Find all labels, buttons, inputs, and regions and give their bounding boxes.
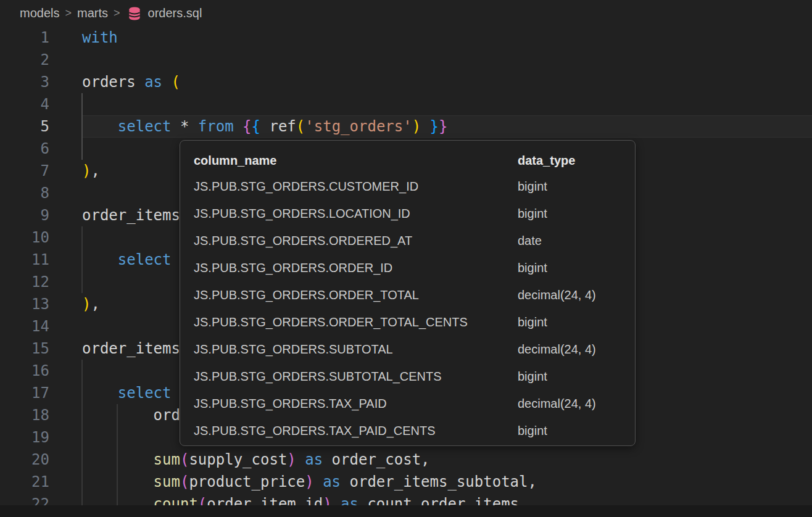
line-number: 19	[0, 426, 49, 449]
line-number: 10	[0, 226, 49, 249]
breadcrumb-item-file[interactable]: orders.sql	[148, 6, 202, 20]
line-number: 21	[0, 471, 49, 493]
data-type-cell: bigint	[518, 200, 635, 227]
table-header-row: column_namedata_type	[194, 148, 635, 173]
data-type-header: data_type	[518, 148, 635, 173]
editor-bottom-edge	[0, 505, 812, 517]
code-text: select	[82, 249, 172, 271]
code-text: ),	[82, 293, 100, 315]
line-number: 18	[0, 404, 49, 426]
table-row: JS.PUB.STG_ORDERS.SUBTOTAL_CENTSbigint	[194, 363, 635, 390]
column-name-cell: JS.PUB.STG_ORDERS.LOCATION_ID	[194, 200, 518, 227]
table-row: JS.PUB.STG_ORDERS.LOCATION_IDbigint	[194, 200, 635, 227]
chevron-right-icon: >	[114, 7, 120, 20]
breadcrumb-item-marts[interactable]: marts	[77, 6, 108, 20]
table-row: JS.PUB.STG_ORDERS.TAX_PAID_CENTSbigint	[194, 417, 635, 444]
data-type-cell: bigint	[518, 173, 635, 200]
line-number: 9	[0, 204, 49, 226]
column-name-cell: JS.PUB.STG_ORDERS.ORDER_TOTAL	[194, 281, 518, 308]
table-row: JS.PUB.STG_ORDERS.ORDERED_ATdate	[194, 227, 635, 254]
column-name-header: column_name	[194, 148, 518, 173]
data-type-cell: bigint	[518, 308, 635, 336]
column-name-cell: JS.PUB.STG_ORDERS.ORDERED_AT	[194, 227, 518, 254]
code-line-5[interactable]: 5 select * from {{ ref('stg_orders') }}	[0, 115, 812, 138]
data-type-cell: bigint	[518, 417, 635, 444]
column-name-cell: JS.PUB.STG_ORDERS.CUSTOMER_ID	[194, 173, 518, 200]
line-number: 1	[0, 27, 49, 49]
code-text: select	[82, 382, 172, 404]
code-line-20[interactable]: 20 sum(supply_cost) as order_cost,	[0, 449, 812, 471]
editor-window: models>marts> orders.sql 1with23orders a…	[0, 0, 812, 517]
code-text: order_items	[82, 204, 180, 226]
line-number: 13	[0, 293, 49, 315]
line-number: 4	[0, 93, 49, 115]
column-name-cell: JS.PUB.STG_ORDERS.ORDER_ID	[194, 254, 518, 281]
table-row: JS.PUB.STG_ORDERS.SUBTOTALdecimal(24, 4)	[194, 336, 635, 363]
code-text: order_items	[82, 337, 180, 360]
column-name-cell: JS.PUB.STG_ORDERS.SUBTOTAL_CENTS	[194, 363, 518, 390]
line-number: 14	[0, 315, 49, 337]
chevron-right-icon: >	[65, 7, 72, 20]
column-info-popup: column_namedata_typeJS.PUB.STG_ORDERS.CU…	[180, 140, 636, 446]
line-number: 12	[0, 271, 49, 293]
table-row: JS.PUB.STG_ORDERS.ORDER_TOTALdecimal(24,…	[194, 281, 635, 308]
code-line-4[interactable]: 4	[0, 93, 812, 115]
line-number: 5	[0, 115, 49, 138]
line-number: 11	[0, 249, 49, 271]
breadcrumb-item-models[interactable]: models	[20, 6, 59, 20]
data-type-cell: decimal(24, 4)	[518, 390, 635, 417]
data-type-cell: decimal(24, 4)	[518, 336, 635, 363]
code-line-3[interactable]: 3orders as (	[0, 71, 812, 93]
line-number: 2	[0, 49, 49, 71]
line-number: 20	[0, 449, 49, 471]
code-line-2[interactable]: 2	[0, 49, 812, 71]
code-text: sum(supply_cost) as order_cost,	[82, 449, 430, 471]
line-number: 3	[0, 71, 49, 93]
code-text: with	[82, 27, 118, 49]
line-number: 17	[0, 382, 49, 404]
table-row: JS.PUB.STG_ORDERS.CUSTOMER_IDbigint	[194, 173, 635, 200]
table-row: JS.PUB.STG_ORDERS.TAX_PAIDdecimal(24, 4)	[194, 390, 635, 417]
line-number: 7	[0, 160, 49, 182]
column-name-cell: JS.PUB.STG_ORDERS.ORDER_TOTAL_CENTS	[194, 308, 518, 336]
database-icon	[127, 6, 142, 21]
data-type-cell: date	[518, 227, 635, 254]
data-type-cell: bigint	[518, 363, 635, 390]
column-name-cell: JS.PUB.STG_ORDERS.TAX_PAID	[194, 390, 518, 417]
code-line-21[interactable]: 21 sum(product_price) as order_items_sub…	[0, 471, 812, 493]
line-number: 8	[0, 182, 49, 204]
data-type-cell: bigint	[518, 254, 635, 281]
column-name-cell: JS.PUB.STG_ORDERS.TAX_PAID_CENTS	[194, 417, 518, 444]
line-number: 6	[0, 138, 49, 160]
data-type-cell: decimal(24, 4)	[518, 281, 635, 308]
column-name-cell: JS.PUB.STG_ORDERS.SUBTOTAL	[194, 336, 518, 363]
code-text: ),	[82, 160, 100, 182]
code-text: select * from {{ ref('stg_orders') }}	[82, 115, 447, 138]
breadcrumb: models>marts> orders.sql	[0, 0, 812, 27]
code-line-1[interactable]: 1with	[0, 27, 812, 49]
code-text: orders as (	[82, 71, 180, 93]
code-text: sum(product_price) as order_items_subtot…	[82, 471, 537, 493]
line-number: 16	[0, 360, 49, 382]
code-text: ord	[82, 404, 180, 426]
table-row: JS.PUB.STG_ORDERS.ORDER_IDbigint	[194, 254, 635, 281]
table-row: JS.PUB.STG_ORDERS.ORDER_TOTAL_CENTSbigin…	[194, 308, 635, 336]
line-number: 15	[0, 337, 49, 360]
